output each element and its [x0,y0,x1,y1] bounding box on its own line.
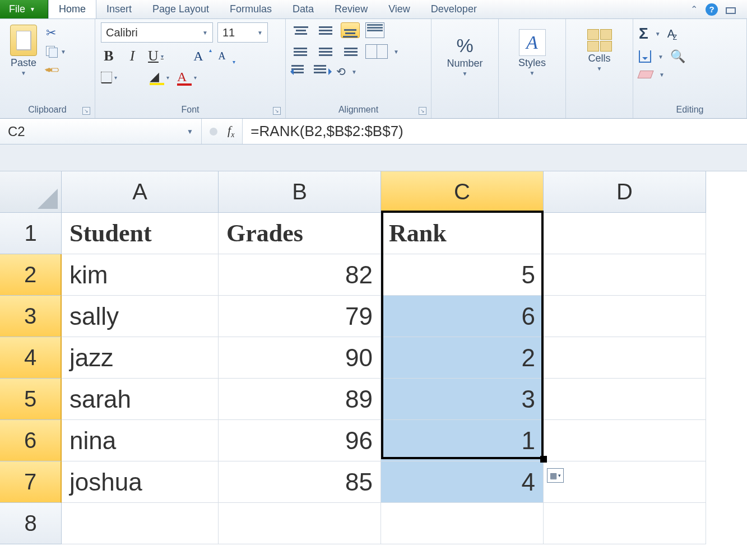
autosum-button[interactable]: Σ [639,25,648,43]
fill-button[interactable] [639,50,651,63]
row-header-5[interactable]: 5 [0,379,62,420]
cell-A5[interactable]: sarah [62,379,219,420]
fill-handle[interactable] [540,456,547,463]
styles-button[interactable]: A Styles ▼ [514,22,550,78]
cancel-icon[interactable] [210,128,217,136]
find-button[interactable]: 🔍 [670,49,685,64]
copy-button[interactable]: ▼ [46,46,66,57]
autofill-options-icon[interactable]: ▦ [547,468,564,483]
column-header-B[interactable]: B [219,171,381,213]
tab-view[interactable]: View [378,0,421,18]
dialog-launcher-icon[interactable]: ↘ [82,107,90,115]
tab-home[interactable]: Home [48,0,96,18]
align-left-button[interactable] [291,44,310,59]
file-tab[interactable]: File ▼ [0,0,48,18]
cut-button[interactable]: ✂ [46,26,66,40]
align-bottom-button[interactable] [341,22,360,38]
tab-insert[interactable]: Insert [96,0,142,18]
column-header-A[interactable]: A [62,171,219,213]
row-header-7[interactable]: 7 [0,461,62,503]
cell-A7[interactable]: joshua [62,461,219,503]
fx-icon[interactable]: fx [228,123,234,139]
cell-A4[interactable]: jazz [62,337,219,379]
cell-D3[interactable] [544,296,706,337]
cell-C5[interactable]: 3 [381,379,544,420]
cell-B1[interactable]: Grades [219,213,381,254]
cell-D7[interactable] [544,461,706,503]
cell-B6[interactable]: 96 [219,420,381,461]
italic-button[interactable]: I [124,48,140,64]
cell-B7[interactable]: 85 [219,461,381,503]
column-header-C[interactable]: C [381,171,544,213]
cell-B2[interactable]: 82 [219,254,381,296]
row-header-8[interactable]: 8 [0,503,62,544]
select-all-corner[interactable] [0,171,62,213]
align-right-button[interactable] [341,44,360,59]
font-size-combo[interactable]: 11 ▼ [217,22,268,43]
cells-button[interactable]: Cells ▼ [583,22,616,74]
tab-developer[interactable]: Developer [421,0,488,18]
cell-D8[interactable] [544,503,706,544]
increase-font-button[interactable]: A [191,48,206,64]
cell-B5[interactable]: 89 [219,379,381,420]
merge-center-button[interactable] [365,44,388,59]
font-name-combo[interactable]: Calibri ▼ [101,22,213,43]
cell-B3[interactable]: 79 [219,296,381,337]
align-top-button[interactable] [291,22,310,38]
cell-A6[interactable]: nina [62,420,219,461]
align-middle-button[interactable] [316,22,335,38]
decrease-indent-button[interactable] [291,65,308,78]
align-center-button[interactable] [316,44,335,59]
format-painter-button[interactable]: 🖌 [46,63,66,77]
cell-C3[interactable]: 6 [381,296,544,337]
cell-C2[interactable]: 5 [381,254,544,296]
cell-B4[interactable]: 90 [219,337,381,379]
cell-C7[interactable]: 4 [381,461,544,503]
sort-filter-button[interactable]: A [667,27,675,40]
formula-input[interactable]: =RANK(B2,$B$2:$B$7) [243,119,747,144]
borders-button[interactable] [101,69,117,85]
clear-button[interactable] [637,71,653,78]
cell-A3[interactable]: sally [62,296,219,337]
paste-button[interactable]: Paste ▼ [6,22,41,102]
decrease-font-button[interactable]: A [214,48,230,64]
bold-button[interactable]: B [101,48,117,64]
cell-D5[interactable] [544,379,706,420]
spreadsheet-grid[interactable]: A B C D 1 Student Grades Rank 2 kim 82 5… [0,171,747,544]
wrap-text-button[interactable] [365,22,384,38]
orientation-button[interactable]: ⟲ [336,65,346,78]
number-format-button[interactable]: % Number ▼ [442,22,487,79]
cell-D1[interactable] [544,213,706,254]
underline-button[interactable]: U [148,48,164,64]
row-header-3[interactable]: 3 [0,296,62,337]
help-icon[interactable]: ? [706,3,718,16]
row-header-4[interactable]: 4 [0,337,62,379]
cell-C4[interactable]: 2 [381,337,544,379]
cell-A1[interactable]: Student [62,213,219,254]
row-header-6[interactable]: 6 [0,420,62,461]
window-restore-icon[interactable] [726,7,736,14]
dialog-launcher-icon[interactable]: ↘ [273,107,281,115]
row-header-1[interactable]: 1 [0,213,62,254]
cell-A2[interactable]: kim [62,254,219,296]
cell-D2[interactable] [544,254,706,296]
cell-C1[interactable]: Rank [381,213,544,254]
minimize-ribbon-icon[interactable]: ⌃ [690,4,698,15]
tab-review[interactable]: Review [324,0,378,18]
row-header-2[interactable]: 2 [0,254,62,296]
cell-D6[interactable] [544,420,706,461]
name-box[interactable]: C2 ▼ [0,119,202,144]
cell-C6[interactable]: 1 [381,420,544,461]
tab-data[interactable]: Data [282,0,324,18]
column-header-D[interactable]: D [544,171,706,213]
cell-A8[interactable] [62,503,219,544]
cell-B8[interactable] [219,503,381,544]
fill-color-button[interactable]: ◢ [150,69,169,85]
font-color-button[interactable]: A [177,69,197,85]
dialog-launcher-icon[interactable]: ↘ [419,107,426,115]
tab-page-layout[interactable]: Page Layout [142,0,220,18]
cell-D4[interactable] [544,337,706,379]
increase-indent-button[interactable] [314,65,331,78]
tab-formulas[interactable]: Formulas [220,0,282,18]
cell-C8[interactable] [381,503,544,544]
